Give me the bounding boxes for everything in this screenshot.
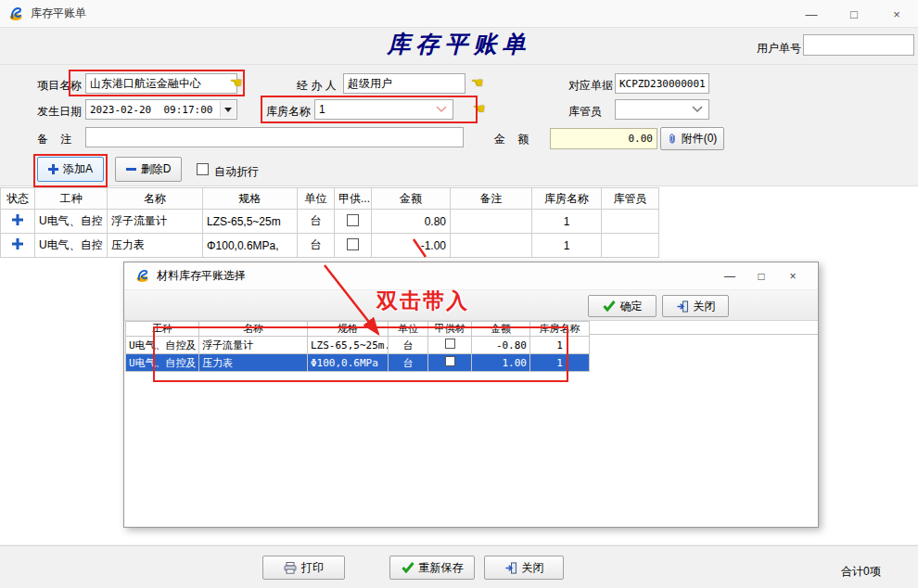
cell-trade[interactable]: U电气、自控 <box>35 234 108 258</box>
minimize-button[interactable]: — <box>790 0 833 28</box>
cell-amount[interactable]: 0.80 <box>372 210 451 234</box>
user-no-input[interactable] <box>803 34 914 56</box>
col-remark[interactable]: 备注 <box>451 188 532 210</box>
add-button[interactable]: 添加A <box>37 157 104 182</box>
cell-amount[interactable]: -1.00 <box>372 234 451 258</box>
dialog-items-table: 工种 名称 规格 单位 甲供材 金额 库房名称 U电气、自控及 浮子流量计 LZ… <box>125 321 590 372</box>
cell-unit[interactable]: 台 <box>298 210 335 234</box>
dialog-table-header-row: 工种 名称 规格 单位 甲供材 金额 库房名称 <box>126 322 590 337</box>
ok-button[interactable]: 确定 <box>588 295 657 317</box>
col-warehouse[interactable]: 库房名称 <box>532 188 602 210</box>
cell-keeper[interactable] <box>602 210 659 234</box>
hand-picker-icon[interactable]: ☚ <box>230 75 242 89</box>
col-trade[interactable]: 工种 <box>126 322 199 337</box>
col-unit[interactable]: 单位 <box>389 322 428 337</box>
col-trade[interactable]: 工种 <box>35 188 108 210</box>
dialog-maximize-button[interactable]: □ <box>746 262 777 290</box>
col-owner-supplied[interactable]: 甲供材 <box>428 322 472 337</box>
col-name[interactable]: 名称 <box>199 322 308 337</box>
dialog-minimize-button[interactable]: — <box>714 262 746 290</box>
dialog-grid-header-line <box>589 334 818 335</box>
exit-door-icon <box>504 562 517 574</box>
col-spec[interactable]: 规格 <box>308 322 389 337</box>
project-input[interactable]: 山东港口航运金融中心 <box>85 73 237 94</box>
col-owner-supplied[interactable]: 甲供... <box>335 188 372 210</box>
table-row-selected[interactable]: U电气、自控及 压力表 Φ100,0.6MPa 台 1.00 1 <box>126 354 590 372</box>
cell-spec[interactable]: Φ100,0.6MPa <box>308 354 389 372</box>
cell-unit[interactable]: 台 <box>389 354 428 372</box>
cell-warehouse[interactable]: 1 <box>530 337 590 354</box>
dialog-close-button[interactable]: × <box>777 262 809 290</box>
warehouse-combo[interactable]: 1 <box>314 99 453 120</box>
cell-remark[interactable] <box>451 210 532 234</box>
amount-input[interactable]: 0.00 <box>550 128 657 149</box>
date-combo[interactable]: 2023-02-20 09:17:00 <box>85 99 237 120</box>
close-action-button[interactable]: 关闭 <box>484 556 564 580</box>
user-no-label: 用户单号 <box>757 41 801 57</box>
cell-owner-supplied-checkbox[interactable] <box>428 354 472 372</box>
cell-trade[interactable]: U电气、自控 <box>35 210 108 234</box>
cell-name[interactable]: 浮子流量计 <box>199 337 308 354</box>
col-name[interactable]: 名称 <box>108 188 203 210</box>
cell-warehouse[interactable]: 1 <box>530 354 590 372</box>
col-keeper[interactable]: 库管员 <box>602 188 659 210</box>
save-button[interactable]: 重新保存 <box>389 556 475 580</box>
cell-unit[interactable]: 台 <box>389 337 428 354</box>
cell-warehouse[interactable]: 1 <box>532 210 602 234</box>
maximize-button[interactable]: □ <box>833 0 875 28</box>
dialog-controls: — □ × <box>714 262 809 290</box>
cell-spec[interactable]: LZS-65,5~25m. <box>308 337 389 354</box>
cell-owner-supplied-checkbox[interactable] <box>428 337 472 354</box>
hand-picker-icon[interactable]: ☚ <box>473 101 485 115</box>
window-title: 库存平账单 <box>31 6 86 21</box>
col-amount[interactable]: 金额 <box>372 188 451 210</box>
col-warehouse[interactable]: 库房名称 <box>530 322 590 337</box>
chevron-down-icon[interactable] <box>692 106 703 113</box>
col-amount[interactable]: 金额 <box>472 322 530 337</box>
cell-trade[interactable]: U电气、自控及 <box>126 354 199 372</box>
col-unit[interactable]: 单位 <box>298 188 335 210</box>
dialog-title: 材料库存平账选择 <box>157 268 246 284</box>
cell-trade[interactable]: U电气、自控及 <box>126 337 199 354</box>
cell-owner-supplied-checkbox[interactable] <box>335 210 372 234</box>
cell-keeper[interactable] <box>602 234 659 258</box>
row-status-plus-icon[interactable] <box>1 234 35 258</box>
chevron-down-icon[interactable] <box>436 106 447 113</box>
amount-label: 金 额 <box>494 132 529 147</box>
cell-name[interactable]: 压力表 <box>108 234 203 258</box>
cell-remark[interactable] <box>451 234 532 258</box>
cell-amount[interactable]: 1.00 <box>472 354 530 372</box>
remark-input[interactable] <box>85 127 464 147</box>
cell-unit[interactable]: 台 <box>298 234 335 258</box>
autowrap-checkbox[interactable] <box>197 163 209 175</box>
col-spec[interactable]: 规格 <box>203 188 298 210</box>
warehouse-label: 库房名称 <box>266 104 311 120</box>
print-button[interactable]: 打印 <box>262 556 345 580</box>
doc-no-input[interactable]: KCPZD230000001 <box>615 73 709 94</box>
date-label: 发生日期 <box>37 104 82 120</box>
handler-input[interactable]: 超级用户 <box>343 73 465 94</box>
close-button[interactable]: × <box>875 0 918 28</box>
dialog-close-action-button[interactable]: 关闭 <box>662 295 729 317</box>
cell-name[interactable]: 压力表 <box>199 354 308 372</box>
table-row[interactable]: U电气、自控及 浮子流量计 LZS-65,5~25m. 台 -0.80 1 <box>126 337 590 354</box>
keeper-combo[interactable] <box>615 99 709 120</box>
delete-button[interactable]: 删除D <box>115 157 182 182</box>
doc-no-label: 对应单据 <box>568 78 613 94</box>
table-row[interactable]: U电气、自控 压力表 Φ100,0.6MPa, 台 -1.00 1 <box>1 234 659 258</box>
cell-warehouse[interactable]: 1 <box>532 234 602 258</box>
plus-icon <box>48 164 58 174</box>
hand-picker-icon[interactable]: ☚ <box>471 75 483 89</box>
row-status-plus-icon[interactable] <box>1 210 35 234</box>
cell-owner-supplied-checkbox[interactable] <box>335 234 372 258</box>
attachment-button[interactable]: 附件(0) <box>660 127 724 150</box>
app-logo-icon <box>8 6 23 21</box>
cell-spec[interactable]: LZS-65,5~25m <box>203 210 298 234</box>
autowrap-label: 自动折行 <box>214 164 259 180</box>
table-row[interactable]: U电气、自控 浮子流量计 LZS-65,5~25m 台 0.80 1 <box>1 210 659 234</box>
col-status[interactable]: 状态 <box>1 188 35 210</box>
cell-name[interactable]: 浮子流量计 <box>108 210 203 234</box>
cell-amount[interactable]: -0.80 <box>472 337 530 354</box>
cell-spec[interactable]: Φ100,0.6MPa, <box>203 234 298 258</box>
date-dropdown-button[interactable] <box>220 101 236 118</box>
